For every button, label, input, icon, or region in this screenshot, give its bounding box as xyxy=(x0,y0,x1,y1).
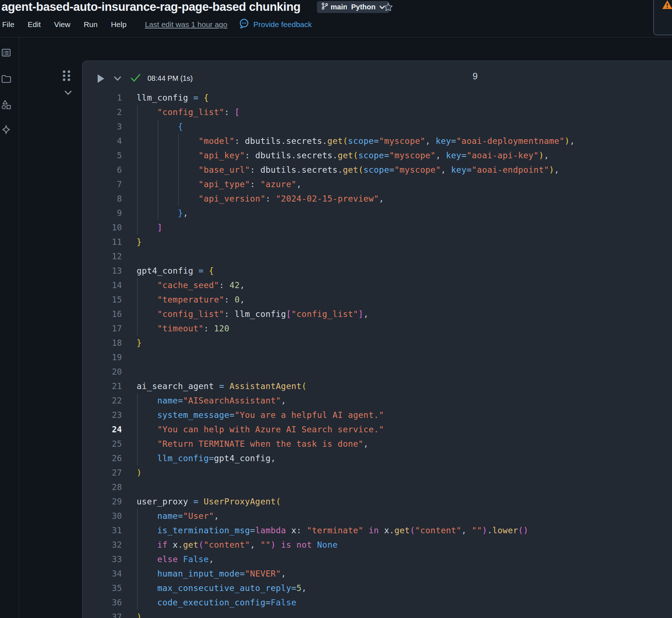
code-tokens: max_consecutive_auto_reply=5, xyxy=(137,581,307,595)
code-line[interactable]: 9 }, xyxy=(83,206,672,220)
favorite-star-button[interactable] xyxy=(382,1,394,13)
cell-drag-handle[interactable] xyxy=(62,70,71,83)
sidebar-item-folder[interactable] xyxy=(1,74,12,84)
code-line[interactable]: 10 ] xyxy=(83,220,672,235)
menu-edit[interactable]: Edit xyxy=(28,20,41,29)
code-line[interactable]: 7 "api_type": "azure", xyxy=(83,177,672,191)
code-tokens: human_input_mode="NEVER", xyxy=(137,566,286,581)
line-number: 32 xyxy=(83,538,137,552)
code-line[interactable]: 29user_proxy = UserProxyAgent( xyxy=(83,494,672,509)
code-line[interactable]: 2 "config_list": [ xyxy=(83,105,672,119)
code-tokens: name="AISearchAssistant", xyxy=(137,393,286,408)
code-tokens: ) xyxy=(137,465,142,480)
code-tokens: if x.get("content", "") is not None xyxy=(137,538,338,552)
code-line[interactable]: 35 max_consecutive_auto_reply=5, xyxy=(83,581,672,595)
code-line[interactable]: 13gpt4_config = { xyxy=(83,264,672,278)
code-line[interactable]: 8 "api_version": "2024-02-15-preview", xyxy=(83,191,672,206)
code-tokens: } xyxy=(137,336,142,350)
code-line[interactable]: 3 { xyxy=(83,119,672,134)
line-number: 8 xyxy=(83,191,137,206)
menu-run[interactable]: Run xyxy=(84,20,98,29)
cell-header: 08:44 PM (1s) 9 xyxy=(83,61,672,91)
code-line[interactable]: 4 "model": dbutils.secrets.get(scope="my… xyxy=(83,134,672,148)
code-line[interactable]: 20 xyxy=(83,365,672,379)
line-number: 21 xyxy=(83,379,137,393)
code-line[interactable]: 30 name="User", xyxy=(83,509,672,523)
code-tokens: gpt4_config = { xyxy=(137,264,214,278)
line-number: 33 xyxy=(83,552,137,566)
code-line[interactable]: 33 else False, xyxy=(83,552,672,566)
indent-guide xyxy=(137,509,138,610)
code-line[interactable]: 19 xyxy=(83,350,672,365)
sidebar-item-toc[interactable] xyxy=(1,47,12,58)
code-line[interactable]: 21ai_search_agent = AssistantAgent( xyxy=(83,379,672,393)
code-line[interactable]: 18} xyxy=(83,336,672,350)
code-line[interactable]: 6 "base_url": dbutils.secrets.get(scope=… xyxy=(83,163,672,177)
line-number: 15 xyxy=(83,292,137,307)
code-line[interactable]: 37) xyxy=(83,610,672,618)
code-line[interactable]: 22 name="AISearchAssistant", xyxy=(83,393,672,408)
star-icon xyxy=(383,2,393,12)
line-number: 3 xyxy=(83,119,137,134)
menu-file[interactable]: File xyxy=(2,20,14,29)
code-tokens: { xyxy=(137,119,183,134)
code-tokens: name="User", xyxy=(137,509,219,523)
line-number: 5 xyxy=(83,148,137,163)
language-label: Python xyxy=(351,3,376,11)
code-line[interactable]: 31 is_termination_msg=lambda x: "termina… xyxy=(83,523,672,538)
code-tokens: "api_type": "azure", xyxy=(137,177,302,191)
code-line[interactable]: 34 human_input_mode="NEVER", xyxy=(83,566,672,581)
code-line[interactable]: 28 xyxy=(83,480,672,494)
menu-view[interactable]: View xyxy=(54,20,70,29)
alert-panel[interactable] xyxy=(653,0,672,35)
code-line[interactable]: 1llm_config = { xyxy=(83,91,672,105)
code-tokens: code_execution_config=False xyxy=(137,595,296,610)
code-tokens: user_proxy = UserProxyAgent( xyxy=(137,494,281,509)
line-number: 4 xyxy=(83,134,137,148)
last-edit-link[interactable]: Last edit was 1 hour ago xyxy=(145,20,227,29)
code-line[interactable]: 15 "temperature": 0, xyxy=(83,292,672,307)
line-number: 22 xyxy=(83,393,137,408)
line-number: 12 xyxy=(83,249,137,264)
feedback-bubble-icon xyxy=(238,18,250,31)
notebook-title: agent-based-auto-insurance-rag-page-base… xyxy=(1,0,300,14)
code-line[interactable]: 16 "config_list": llm_config["config_lis… xyxy=(83,307,672,321)
code-line[interactable]: 14 "cache_seed": 42, xyxy=(83,278,672,292)
line-number: 36 xyxy=(83,595,137,610)
code-line[interactable]: 25 "Return TERMINATE when the task is do… xyxy=(83,437,672,451)
sidebar-item-assistant[interactable] xyxy=(1,124,12,135)
code-line[interactable]: 32 if x.get("content", "") is not None xyxy=(83,538,672,552)
code-tokens: "base_url": dbutils.secrets.get(scope="m… xyxy=(137,163,560,177)
code-line[interactable]: 26 llm_config=gpt4_config, xyxy=(83,451,672,465)
code-tokens: ) xyxy=(137,610,142,618)
menu-help[interactable]: Help xyxy=(111,20,127,29)
sparkle-icon xyxy=(1,124,12,135)
code-line[interactable]: 17 "timeout": 120 xyxy=(83,321,672,336)
code-line[interactable]: 5 "api_key": dbutils.secrets.get(scope="… xyxy=(83,148,672,163)
code-line[interactable]: 36 code_execution_config=False xyxy=(83,595,672,610)
run-options-chevron[interactable] xyxy=(114,76,121,83)
code-line[interactable]: 27) xyxy=(83,465,672,480)
git-branch-icon xyxy=(321,2,328,12)
code-line[interactable]: 12 xyxy=(83,249,672,264)
provide-feedback-link[interactable]: Provide feedback xyxy=(238,18,312,31)
line-number: 23 xyxy=(83,408,137,422)
run-cell-button[interactable] xyxy=(97,74,105,85)
shapes-icon xyxy=(1,100,11,110)
indent-guide xyxy=(137,105,138,235)
cell-collapse-chevron[interactable] xyxy=(64,90,72,97)
code-line[interactable]: 24 "You can help with Azure AI Search se… xyxy=(83,422,672,437)
code-tokens: "cache_seed": 42, xyxy=(137,278,245,292)
code-line[interactable]: 23 system_message="You are a helpful AI … xyxy=(83,408,672,422)
code-line[interactable]: 11} xyxy=(83,235,672,249)
code-tokens: }, xyxy=(137,206,188,220)
cell-run-timestamp: 08:44 PM (1s) xyxy=(147,74,193,83)
sidebar-item-shapes[interactable] xyxy=(1,99,12,110)
line-number: 27 xyxy=(83,465,137,480)
code-area[interactable]: 1llm_config = {2 "config_list": [3 {4 "m… xyxy=(83,91,672,618)
run-success-check-icon xyxy=(130,73,141,84)
notebook-cell: 08:44 PM (1s) 9 1llm_config = {2 "config… xyxy=(82,61,672,618)
line-number: 31 xyxy=(83,523,137,538)
line-number: 9 xyxy=(83,206,137,220)
code-tokens: "api_key": dbutils.secrets.get(scope="my… xyxy=(137,148,549,163)
